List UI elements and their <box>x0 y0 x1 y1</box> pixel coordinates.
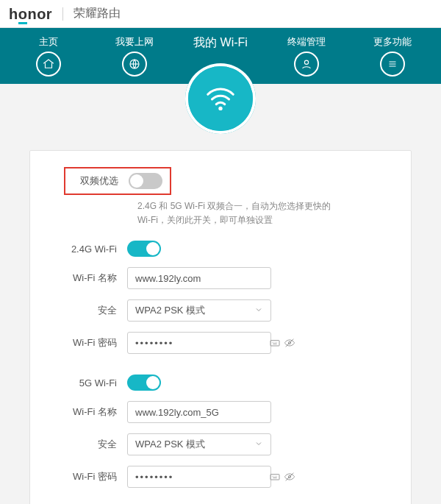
band24-name-input[interactable] <box>127 267 271 289</box>
svg-point-2 <box>218 107 222 110</box>
band24-password-row: Wi-Fi 密码 <box>64 332 377 354</box>
nav-label: 终端管理 <box>263 35 349 49</box>
nav-devices[interactable]: 终端管理 <box>263 28 349 84</box>
active-nav-circle <box>185 63 256 134</box>
user-icon <box>294 52 319 77</box>
wifi-icon <box>204 82 237 116</box>
menu-icon <box>380 52 405 77</box>
brand-logo-underline: o <box>18 6 28 24</box>
band24-security-value: WPA2 PSK 模式 <box>135 304 205 317</box>
dualband-desc-line: 2.4G 和 5G Wi-Fi 双频合一，自动为您选择更快的 <box>137 201 331 211</box>
nav-home[interactable]: 主页 <box>6 28 92 84</box>
svg-rect-3 <box>270 341 279 346</box>
dualband-desc-line: Wi-Fi，关闭此开关，即可单独设置 <box>137 215 273 225</box>
band5-toggle-row: 5G Wi-Fi <box>64 375 377 391</box>
band5-password-label: Wi-Fi 密码 <box>64 470 127 483</box>
dualband-toggle[interactable] <box>129 173 162 189</box>
wifi-settings-card: 双频优选 2.4G 和 5G Wi-Fi 双频合一，自动为您选择更快的 Wi-F… <box>29 150 412 504</box>
band5-name-input[interactable] <box>127 401 271 423</box>
brand-logo: honor <box>9 7 63 21</box>
nav-more[interactable]: 更多功能 <box>349 28 435 84</box>
nav-label: 我的 Wi-Fi <box>178 35 264 51</box>
keyboard-icon[interactable] <box>269 470 281 483</box>
brand-logo-part: h <box>9 6 18 22</box>
top-nav: 主页 我要上网 我的 Wi-Fi 终端管理 更多功能 <box>0 28 441 84</box>
band5-password-input[interactable] <box>128 472 266 483</box>
svg-rect-5 <box>270 475 279 480</box>
band24-password-input[interactable] <box>128 338 266 349</box>
band5-security-value: WPA2 PSK 模式 <box>135 438 205 451</box>
band24-password-wrap <box>127 332 271 354</box>
brand-logo-part: nor <box>27 6 52 22</box>
band24-name-row: Wi-Fi 名称 <box>64 267 377 289</box>
chevron-down-icon <box>254 305 263 316</box>
band24-name-label: Wi-Fi 名称 <box>64 271 127 285</box>
nav-internet[interactable]: 我要上网 <box>92 28 178 84</box>
chevron-down-icon <box>254 439 263 450</box>
svg-point-1 <box>304 60 308 64</box>
band5-toggle[interactable] <box>127 375 161 391</box>
band5-security-label: 安全 <box>64 438 127 451</box>
nav-label: 主页 <box>6 35 92 49</box>
dualband-desc: 2.4G 和 5G Wi-Fi 双频合一，自动为您选择更快的 Wi-Fi，关闭此… <box>137 199 377 227</box>
band24-security-select[interactable]: WPA2 PSK 模式 <box>127 299 271 322</box>
home-icon <box>36 52 61 77</box>
band5-name-label: Wi-Fi 名称 <box>64 405 127 419</box>
band24-security-row: 安全 WPA2 PSK 模式 <box>64 299 377 322</box>
band5-password-wrap <box>127 466 271 488</box>
page-area: 双频优选 2.4G 和 5G Wi-Fi 双频合一，自动为您选择更快的 Wi-F… <box>0 84 441 504</box>
band5-password-row: Wi-Fi 密码 <box>64 466 377 488</box>
dualband-highlight: 双频优选 <box>64 167 171 195</box>
band24-toggle-label: 2.4G Wi-Fi <box>64 244 127 255</box>
brand-bar: honor 荣耀路由 <box>0 0 441 28</box>
band24-toggle-row: 2.4G Wi-Fi <box>64 241 377 257</box>
band5-name-row: Wi-Fi 名称 <box>64 401 377 423</box>
band5-toggle-label: 5G Wi-Fi <box>64 377 127 388</box>
band5-security-select[interactable]: WPA2 PSK 模式 <box>127 433 271 455</box>
nav-label: 我要上网 <box>92 35 178 49</box>
band24-security-label: 安全 <box>64 304 127 317</box>
globe-icon <box>122 52 147 77</box>
band5-security-row: 安全 WPA2 PSK 模式 <box>64 433 377 455</box>
keyboard-icon[interactable] <box>269 336 281 349</box>
eye-off-icon[interactable] <box>284 470 295 483</box>
dualband-label: 双频优选 <box>65 174 129 188</box>
band24-password-label: Wi-Fi 密码 <box>64 336 127 349</box>
band24-toggle[interactable] <box>127 241 161 257</box>
nav-label: 更多功能 <box>349 35 435 49</box>
eye-off-icon[interactable] <box>284 336 295 349</box>
brand-subtitle: 荣耀路由 <box>63 6 121 21</box>
